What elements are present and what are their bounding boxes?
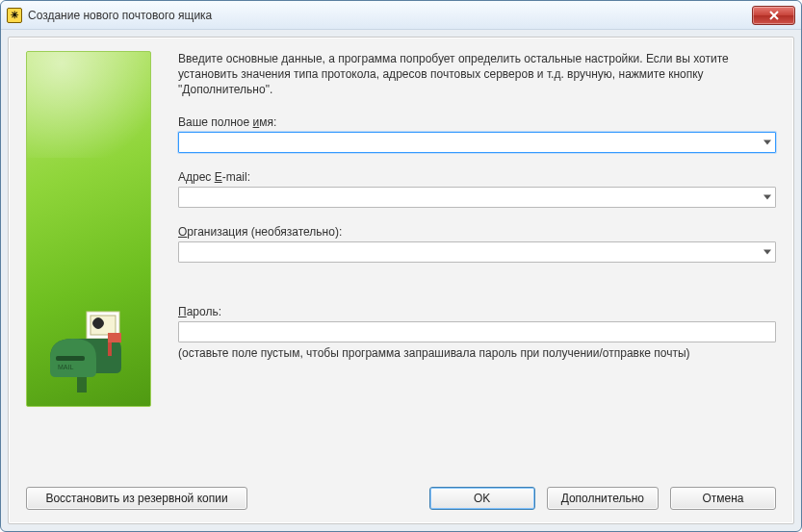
chevron-down-icon (763, 194, 771, 199)
client-area: MAIL Введите основные данные, а программ… (8, 37, 794, 524)
more-button[interactable]: Дополнительно (547, 487, 659, 510)
close-button[interactable] (752, 6, 795, 25)
svg-text:MAIL: MAIL (58, 364, 73, 370)
titlebar[interactable]: ✳ Создание нового почтового ящика (1, 1, 801, 30)
restore-button[interactable]: Восстановить из резервной копии (26, 487, 247, 510)
org-combo[interactable] (178, 241, 776, 263)
ok-button-label: OK (474, 492, 490, 505)
sidebar-illustration: MAIL (26, 51, 151, 407)
app-icon: ✳ (7, 8, 22, 23)
chevron-down-icon (763, 139, 771, 144)
mailbox-icon: MAIL (40, 310, 137, 396)
form-area: Введите основные данные, а программа поп… (178, 51, 776, 468)
close-icon (768, 10, 780, 21)
intro-text: Введите основные данные, а программа поп… (178, 51, 776, 98)
cancel-button[interactable]: Отмена (670, 487, 776, 510)
name-label: Ваше полное имя: (178, 115, 276, 129)
window-title: Создание нового почтового ящика (28, 9, 212, 22)
chevron-down-icon (763, 249, 771, 254)
password-label: Пароль: (178, 305, 221, 318)
email-label: Адрес E-mail: (178, 170, 250, 184)
password-hint: (оставьте поле пустым, чтобы программа з… (178, 346, 776, 360)
svg-rect-5 (56, 356, 85, 361)
button-row: Восстановить из резервной копии OK Допол… (9, 477, 793, 523)
password-input[interactable] (178, 321, 776, 342)
svg-rect-7 (108, 333, 121, 342)
cancel-button-label: Отмена (702, 492, 743, 505)
org-label: Организация (необязательно): (178, 225, 342, 239)
restore-button-label: Восстановить из резервной копии (45, 492, 227, 505)
dialog-window: ✳ Создание нового почтового ящика (0, 0, 802, 532)
more-button-label: Дополнительно (561, 492, 644, 505)
ok-button[interactable]: OK (429, 487, 535, 510)
name-combo[interactable] (178, 132, 776, 153)
email-combo[interactable] (178, 187, 776, 208)
